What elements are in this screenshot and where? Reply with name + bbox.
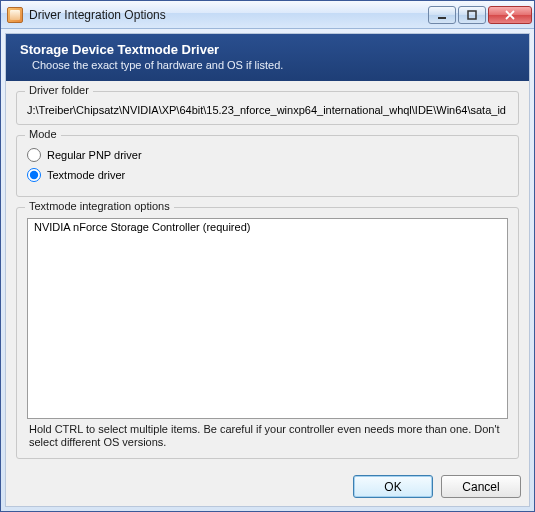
textmode-options-group: Textmode integration options NVIDIA nFor… <box>16 207 519 459</box>
driver-folder-legend: Driver folder <box>25 84 93 96</box>
header-band: Storage Device Textmode Driver Choose th… <box>6 34 529 81</box>
mode-radio-textmode[interactable] <box>27 168 41 182</box>
textmode-options-legend: Textmode integration options <box>25 200 174 212</box>
client-area: Storage Device Textmode Driver Choose th… <box>5 33 530 507</box>
close-button[interactable] <box>488 6 532 24</box>
app-icon <box>7 7 23 23</box>
dialog-buttons: OK Cancel <box>6 469 529 506</box>
svg-rect-1 <box>468 11 476 19</box>
maximize-icon <box>466 10 478 20</box>
header-title: Storage Device Textmode Driver <box>20 42 515 57</box>
dialog-body: Driver folder J:\Treiber\Chipsatz\NVIDIA… <box>6 81 529 469</box>
mode-option-textmode[interactable]: Textmode driver <box>27 168 508 182</box>
textmode-options-listbox[interactable]: NVIDIA nForce Storage Controller (requir… <box>27 218 508 419</box>
list-item[interactable]: NVIDIA nForce Storage Controller (requir… <box>28 219 507 235</box>
mode-label-textmode: Textmode driver <box>47 169 125 181</box>
ok-button-label: OK <box>384 480 401 494</box>
window-frame: Driver Integration Options Storage Devic… <box>0 0 535 512</box>
driver-folder-path: J:\Treiber\Chipsatz\NVIDIA\XP\64bit\15.2… <box>27 102 508 116</box>
textmode-options-hint: Hold CTRL to select multiple items. Be c… <box>29 423 506 451</box>
mode-group: Mode Regular PNP driver Textmode driver <box>16 135 519 197</box>
window-title: Driver Integration Options <box>29 8 428 22</box>
minimize-icon <box>436 10 448 20</box>
mode-radio-pnp[interactable] <box>27 148 41 162</box>
mode-option-pnp[interactable]: Regular PNP driver <box>27 148 508 162</box>
mode-legend: Mode <box>25 128 61 140</box>
cancel-button[interactable]: Cancel <box>441 475 521 498</box>
close-icon <box>504 10 516 20</box>
svg-rect-0 <box>438 17 446 19</box>
mode-label-pnp: Regular PNP driver <box>47 149 142 161</box>
minimize-button[interactable] <box>428 6 456 24</box>
titlebar[interactable]: Driver Integration Options <box>1 1 534 29</box>
ok-button[interactable]: OK <box>353 475 433 498</box>
maximize-button[interactable] <box>458 6 486 24</box>
window-controls <box>428 6 532 24</box>
header-subtitle: Choose the exact type of hardware and OS… <box>32 59 515 71</box>
cancel-button-label: Cancel <box>462 480 499 494</box>
driver-folder-group: Driver folder J:\Treiber\Chipsatz\NVIDIA… <box>16 91 519 125</box>
